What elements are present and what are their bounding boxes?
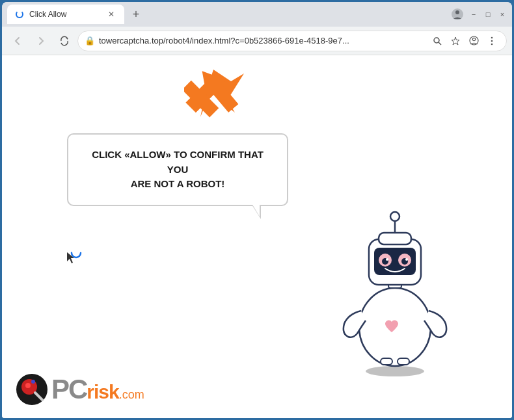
svg-point-2 — [434, 38, 439, 43]
cursor-indicator — [67, 252, 76, 267]
url-text: towercaptcha.top/robot4/index.html?c=0b5… — [99, 36, 426, 46]
window-controls: − □ × — [451, 8, 507, 21]
pcrisk-text-row: PC risk .com — [51, 376, 144, 403]
svg-point-35 — [31, 380, 35, 384]
svg-point-31 — [405, 258, 408, 261]
com-text: .com — [119, 389, 144, 400]
magnifier-icon — [433, 36, 442, 46]
speech-bubble: CLICK «ALLOW» TO CONFIRM THAT YOU ARE NO… — [67, 133, 288, 206]
svg-point-24 — [390, 212, 399, 221]
tab-title: Click Allow — [29, 10, 101, 19]
svg-point-9 — [491, 43, 493, 45]
profile-icon[interactable] — [466, 33, 481, 49]
svg-point-34 — [25, 383, 31, 388]
active-tab[interactable]: Click Allow ✕ — [7, 5, 124, 24]
back-button[interactable] — [7, 31, 28, 51]
risk-text: risk — [87, 382, 118, 402]
close-button[interactable]: × — [498, 10, 507, 19]
chrome-profile-icon — [451, 8, 464, 21]
tab-loading-icon — [16, 10, 23, 18]
svg-point-7 — [491, 36, 493, 38]
svg-point-8 — [491, 40, 493, 42]
search-icon[interactable] — [429, 33, 445, 49]
robot-svg — [330, 197, 460, 379]
bookmark-icon[interactable] — [448, 33, 463, 49]
user-icon — [469, 36, 479, 46]
forward-icon — [36, 36, 46, 46]
star-icon — [451, 36, 460, 46]
svg-point-6 — [472, 38, 475, 40]
svg-rect-19 — [398, 358, 409, 365]
browser-window: Click Allow ✕ + − □ × — [2, 2, 512, 418]
pc-text: PC — [51, 376, 87, 403]
reload-icon — [59, 36, 70, 46]
back-icon — [12, 36, 23, 46]
pcrisk-logo-icon — [15, 373, 49, 406]
maximize-button[interactable]: □ — [483, 10, 493, 19]
forward-button[interactable] — [31, 31, 51, 51]
svg-point-1 — [455, 10, 459, 14]
svg-marker-4 — [452, 37, 459, 45]
address-bar[interactable]: 🔒 towercaptcha.top/robot4/index.html?c=0… — [77, 31, 507, 51]
new-tab-button[interactable]: + — [127, 5, 145, 23]
menu-icon[interactable] — [484, 33, 500, 49]
bubble-text: CLICK «ALLOW» TO CONFIRM THAT YOU ARE NO… — [84, 148, 271, 192]
robot-illustration — [330, 197, 460, 379]
dots-icon — [487, 36, 496, 46]
toolbar: 🔒 towercaptcha.top/robot4/index.html?c=0… — [2, 27, 512, 55]
tab-close-button[interactable]: ✕ — [106, 9, 116, 20]
minimize-button[interactable]: − — [469, 10, 478, 19]
svg-point-16 — [366, 366, 424, 376]
lock-icon: 🔒 — [85, 36, 95, 46]
reload-button[interactable] — [54, 31, 75, 51]
svg-point-30 — [386, 258, 388, 261]
tab-strip: Click Allow ✕ + — [7, 2, 446, 27]
tab-favicon — [15, 10, 24, 19]
svg-line-3 — [439, 42, 441, 45]
cursor-icon — [67, 252, 76, 264]
svg-rect-22 — [379, 233, 411, 244]
svg-rect-18 — [381, 358, 392, 365]
address-icons — [429, 33, 500, 49]
svg-marker-15 — [67, 252, 74, 263]
pcrisk-text-group: PC risk .com — [51, 376, 144, 403]
title-bar: Click Allow ✕ + − □ × — [2, 2, 512, 27]
page-content: CLICK «ALLOW» TO CONFIRM THAT YOU ARE NO… — [2, 55, 512, 418]
pcrisk-logo: PC risk .com — [15, 373, 144, 406]
